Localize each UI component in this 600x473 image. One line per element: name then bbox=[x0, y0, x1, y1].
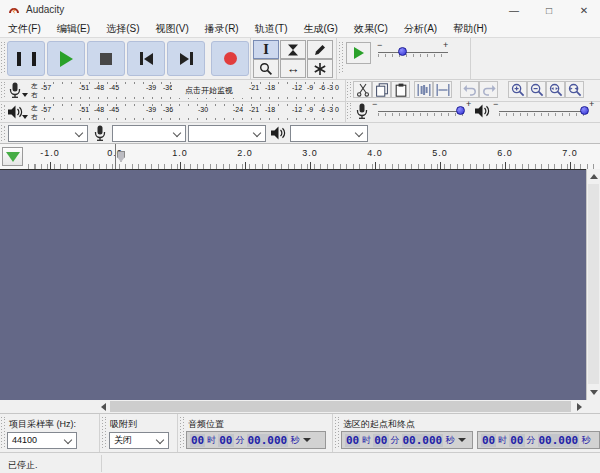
audio-host-dropdown[interactable] bbox=[8, 125, 88, 142]
skip-to-start-button[interactable] bbox=[127, 41, 165, 76]
vertical-scrollbar[interactable] bbox=[586, 169, 600, 400]
horizontal-scrollbar[interactable] bbox=[0, 400, 600, 413]
end-hours[interactable]: 00 bbox=[481, 434, 496, 447]
play-speed-slider-thumb[interactable] bbox=[398, 47, 407, 56]
vertical-scroll-thumb[interactable] bbox=[588, 184, 599, 384]
play-speed-slider[interactable] bbox=[378, 52, 448, 53]
playhead-marker[interactable] bbox=[117, 151, 125, 162]
snap-grab-handle[interactable] bbox=[102, 417, 107, 449]
selection-start-field[interactable]: 00 时 00 分 00.000 秒 bbox=[341, 431, 473, 449]
envelope-tool-button[interactable] bbox=[280, 40, 306, 59]
draw-tool-button[interactable] bbox=[307, 40, 333, 59]
menu-edit[interactable]: 编辑(E) bbox=[49, 20, 98, 38]
menu-help[interactable]: 帮助(H) bbox=[445, 20, 495, 38]
selection-toolbar-grab-handle[interactable] bbox=[1, 417, 6, 449]
menu-effect[interactable]: 效果(C) bbox=[346, 20, 396, 38]
horizontal-scroll-thumb[interactable] bbox=[110, 401, 571, 412]
device-toolbar-grab-handle[interactable] bbox=[1, 125, 6, 141]
zoom-to-fit-button[interactable] bbox=[565, 81, 584, 98]
meter-dropdown-arrow-icon[interactable] bbox=[22, 93, 28, 97]
timeline-ruler[interactable]: -1.0 0.0 1.0 2.0 3.0 4.0 5.0 6.0 7.0 bbox=[0, 143, 600, 169]
transport-toolbar-grab-handle[interactable] bbox=[1, 42, 6, 74]
multi-tool-button[interactable] bbox=[307, 59, 333, 78]
start-minutes[interactable]: 00 bbox=[373, 434, 388, 447]
playback-volume-thumb[interactable] bbox=[580, 106, 589, 115]
menu-select[interactable]: 选择(S) bbox=[98, 20, 147, 38]
sample-rate-dropdown[interactable]: 44100 bbox=[7, 432, 77, 449]
trim-audio-button[interactable] bbox=[414, 81, 433, 98]
toolbar-divider bbox=[345, 80, 346, 122]
recording-device-dropdown[interactable] bbox=[112, 125, 186, 142]
close-button[interactable]: ✕ bbox=[568, 0, 600, 20]
play-speed-grab-handle[interactable] bbox=[339, 42, 344, 74]
time-format-dropdown-icon[interactable] bbox=[458, 438, 466, 442]
meter-dropdown-arrow-icon[interactable] bbox=[22, 115, 28, 119]
recording-volume-thumb[interactable] bbox=[456, 106, 465, 115]
recording-meter-toolbar[interactable]: 左 右 -57 -51 -48 -45 -39 -36 -30 -24 -21 … bbox=[0, 80, 345, 101]
audacity-window: Audacity — □ ✕ 文件(F) 编辑(E) 选择(S) 视图(V) 播… bbox=[0, 0, 600, 473]
title-bar[interactable]: Audacity — □ ✕ bbox=[0, 0, 600, 20]
zoom-out-button[interactable] bbox=[527, 81, 546, 98]
menu-analyze[interactable]: 分析(A) bbox=[396, 20, 445, 38]
position-seconds[interactable]: 00.000 bbox=[247, 434, 289, 447]
play-at-speed-button[interactable] bbox=[346, 42, 371, 64]
menu-tracks[interactable]: 轨道(T) bbox=[247, 20, 296, 38]
end-seconds[interactable]: 00.000 bbox=[538, 434, 580, 447]
menu-transport[interactable]: 播录(R) bbox=[197, 20, 247, 38]
recording-meter-grab-handle[interactable] bbox=[1, 82, 6, 99]
pin-playhead-button[interactable] bbox=[2, 147, 23, 166]
track-canvas[interactable] bbox=[0, 169, 586, 400]
record-button[interactable] bbox=[211, 41, 249, 76]
playback-volume-plus: + bbox=[589, 100, 594, 109]
scroll-left-button[interactable] bbox=[96, 400, 110, 413]
mixer-toolbar-grab-handle[interactable] bbox=[347, 103, 352, 120]
selection-end-field[interactable]: 00 时 00 分 00.000 秒 bbox=[477, 431, 600, 449]
edit-toolbar-grab-handle[interactable] bbox=[347, 82, 352, 99]
stop-button[interactable] bbox=[87, 41, 125, 76]
channel-left-label: 左 bbox=[31, 104, 38, 111]
redo-button[interactable] bbox=[479, 81, 498, 98]
scroll-right-button[interactable] bbox=[572, 400, 586, 413]
start-seconds[interactable]: 00.000 bbox=[402, 434, 444, 447]
selection-tool-button[interactable]: I bbox=[253, 40, 279, 59]
zoom-tool-button[interactable] bbox=[253, 59, 279, 78]
maximize-button[interactable]: □ bbox=[533, 0, 565, 20]
seconds-unit: 秒 bbox=[290, 434, 299, 447]
cut-button[interactable] bbox=[353, 81, 372, 98]
silence-audio-icon bbox=[436, 83, 450, 97]
time-shift-tool-button[interactable]: ↔ bbox=[280, 59, 306, 78]
start-hours[interactable]: 00 bbox=[345, 434, 360, 447]
playback-volume-slider[interactable] bbox=[499, 111, 587, 112]
recording-volume-slider[interactable] bbox=[378, 111, 464, 112]
scroll-left-icon bbox=[101, 403, 106, 411]
menu-file[interactable]: 文件(F) bbox=[0, 20, 49, 38]
playback-meter-toolbar[interactable]: 左 右 -57 -51 -48 -45 -39 -36 -30 -24 -21 … bbox=[0, 102, 345, 122]
snap-to-dropdown[interactable]: 关闭 bbox=[109, 432, 169, 449]
time-format-dropdown-icon[interactable] bbox=[303, 438, 311, 442]
zoom-to-selection-button[interactable] bbox=[546, 81, 565, 98]
scroll-up-button[interactable] bbox=[587, 169, 600, 183]
minimize-button[interactable]: — bbox=[498, 0, 530, 20]
scroll-down-button[interactable] bbox=[587, 385, 600, 399]
skip-to-end-button[interactable] bbox=[167, 41, 205, 76]
audio-position-field[interactable]: 00 时 00 分 00.000 秒 bbox=[186, 431, 326, 449]
playback-device-dropdown[interactable] bbox=[290, 125, 368, 142]
menu-view[interactable]: 视图(V) bbox=[147, 20, 196, 38]
pause-button[interactable] bbox=[7, 41, 45, 76]
end-minutes[interactable]: 00 bbox=[509, 434, 524, 447]
menu-generate[interactable]: 生成(G) bbox=[295, 20, 345, 38]
monitoring-hint[interactable]: 点击开始监视 bbox=[172, 82, 246, 98]
play-button[interactable] bbox=[47, 41, 85, 76]
copy-button[interactable] bbox=[372, 81, 391, 98]
position-minutes[interactable]: 00 bbox=[218, 434, 233, 447]
zoom-in-icon bbox=[511, 83, 525, 97]
undo-button[interactable] bbox=[460, 81, 479, 98]
paste-button[interactable] bbox=[391, 81, 410, 98]
silence-audio-button[interactable] bbox=[433, 81, 452, 98]
zoom-in-button[interactable] bbox=[508, 81, 527, 98]
recording-channels-dropdown[interactable] bbox=[188, 125, 266, 142]
position-hours[interactable]: 00 bbox=[190, 434, 205, 447]
playback-meter-grab-handle[interactable] bbox=[1, 104, 6, 120]
selection-grab-handle[interactable] bbox=[335, 417, 340, 449]
position-grab-handle[interactable] bbox=[180, 417, 185, 449]
